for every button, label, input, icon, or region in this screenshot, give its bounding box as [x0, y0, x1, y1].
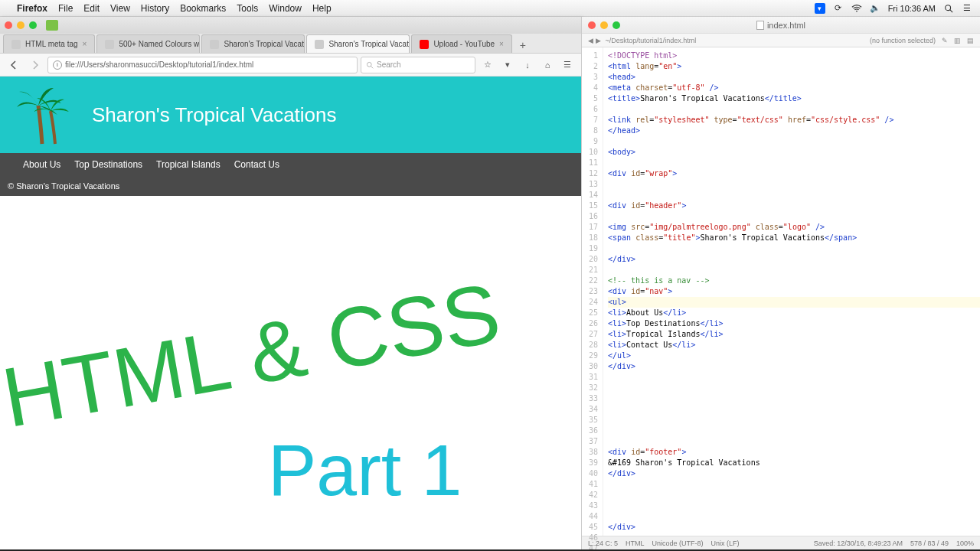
- svg-line-4: [371, 66, 373, 68]
- home-icon[interactable]: ⌂: [538, 57, 557, 73]
- tab-label: Sharon's Tropical Vacations: [224, 40, 305, 48]
- tab-strip: HTML meta tag× 500+ Named Colours with r…: [0, 34, 581, 54]
- overlay-htmlcss: HTML & CSS: [0, 263, 507, 446]
- favicon-icon: [315, 40, 324, 49]
- maximize-icon[interactable]: [612, 21, 620, 29]
- tab-1[interactable]: 500+ Named Colours with r...×: [96, 34, 200, 53]
- file-size: 578 / 83 / 49: [910, 540, 949, 547]
- tab-close-icon[interactable]: ×: [499, 40, 504, 48]
- page-header: Sharon's Tropical Vacations: [0, 77, 581, 153]
- search-bar[interactable]: Search: [361, 57, 475, 73]
- menu-help[interactable]: Help: [312, 3, 332, 14]
- menu-history[interactable]: History: [141, 3, 169, 14]
- volume-icon[interactable]: 🔈: [870, 3, 880, 14]
- nav-islands[interactable]: Tropical Islands: [156, 159, 220, 170]
- url-bar[interactable]: i file:///Users/sharonmasucci/Desktop/tu…: [47, 57, 358, 73]
- menu-view[interactable]: View: [110, 3, 130, 14]
- firefox-window: HTML meta tag× 500+ Named Colours with r…: [0, 17, 582, 549]
- editor-pathbar: ◀ ▶ ~/Desktop/tutorial1/index.html (no f…: [582, 34, 980, 47]
- window-controls[interactable]: [5, 21, 37, 29]
- mac-menubar: Firefox File Edit View History Bookmarks…: [0, 0, 980, 17]
- nav-contact[interactable]: Contact Us: [234, 159, 279, 170]
- encoding[interactable]: Unicode (UTF-8): [652, 540, 704, 547]
- tab-4[interactable]: Upload - YouTube×: [411, 34, 512, 53]
- youtube-icon: [420, 40, 429, 49]
- editor-statusbar: L: 24 C: 5 HTML Unicode (UTF-8) Unix (LF…: [582, 536, 980, 549]
- back-button[interactable]: [5, 57, 23, 73]
- url-text: file:///Users/sharonmasucci/Desktop/tuto…: [65, 60, 352, 69]
- firefox-toolbar: i file:///Users/sharonmasucci/Desktop/tu…: [0, 54, 581, 77]
- page-footer: © Sharon's Tropical Vacations: [0, 176, 581, 196]
- tab-label: HTML meta tag: [25, 40, 78, 48]
- line-endings[interactable]: Unix (LF): [711, 540, 740, 547]
- sync-icon[interactable]: ⟳: [833, 3, 844, 14]
- function-selector[interactable]: (no function selected): [870, 37, 936, 44]
- star-icon[interactable]: ☆: [479, 57, 497, 73]
- hamburger-icon[interactable]: ☰: [558, 57, 577, 73]
- info-icon[interactable]: i: [53, 60, 62, 70]
- search-placeholder: Search: [377, 60, 401, 69]
- minimize-icon[interactable]: [600, 21, 608, 29]
- lang-mode[interactable]: HTML: [626, 540, 645, 547]
- forward-button[interactable]: [26, 57, 44, 73]
- editor-window: index.html ◀ ▶ ~/Desktop/tutorial1/index…: [582, 17, 980, 549]
- page-viewport: Sharon's Tropical Vacations About Us Top…: [0, 77, 581, 549]
- svg-line-2: [950, 9, 952, 11]
- line-gutter: 1234567891011121314151617181920212223242…: [582, 47, 603, 536]
- menu-icon[interactable]: ☰: [962, 3, 972, 14]
- favicon-icon: [105, 40, 114, 49]
- minimize-icon[interactable]: [17, 21, 24, 29]
- edit-icon[interactable]: ✎: [942, 37, 948, 44]
- file-icon: [756, 21, 764, 30]
- dropbox-icon[interactable]: ▾: [815, 3, 825, 14]
- editor-body[interactable]: 1234567891011121314151617181920212223242…: [582, 47, 980, 536]
- menu-file[interactable]: File: [58, 3, 73, 14]
- maximize-icon[interactable]: [29, 21, 37, 29]
- close-icon[interactable]: [5, 21, 12, 29]
- sidebar-icon[interactable]: ▤: [967, 37, 974, 44]
- tab-0[interactable]: HTML meta tag×: [3, 34, 95, 53]
- pocket-icon[interactable]: ▾: [498, 57, 517, 73]
- clock[interactable]: Fri 10:36 AM: [888, 4, 936, 13]
- new-tab-button[interactable]: +: [514, 37, 532, 53]
- spotlight-icon[interactable]: [943, 3, 954, 14]
- menu-edit[interactable]: Edit: [83, 3, 100, 14]
- favicon-icon: [210, 40, 219, 49]
- menu-bookmarks[interactable]: Bookmarks: [180, 3, 226, 14]
- close-icon[interactable]: [588, 21, 596, 29]
- split-icon[interactable]: ▥: [954, 37, 961, 44]
- svg-point-0: [856, 10, 858, 11]
- cursor-pos: L: 24 C: 5: [588, 540, 618, 547]
- saved-time: Saved: 12/30/16, 8:49:23 AM: [814, 540, 903, 547]
- tab-2[interactable]: Sharon's Tropical Vacations×: [201, 34, 305, 53]
- svg-point-3: [367, 62, 371, 67]
- editor-path: ~/Desktop/tutorial1/index.html: [606, 37, 697, 44]
- tab-label: 500+ Named Colours with r...: [119, 40, 200, 48]
- page-nav: About Us Top Destinations Tropical Islan…: [0, 153, 581, 176]
- firefox-titlebar: [0, 17, 581, 34]
- svg-point-1: [946, 5, 951, 10]
- tab-close-icon[interactable]: ×: [83, 40, 87, 48]
- favicon-icon: [11, 40, 21, 49]
- editor-title: index.html: [767, 21, 805, 30]
- code-area[interactable]: <!DOCTYPE html><html lang="en"><head><me…: [603, 47, 980, 536]
- overlay-part1: Part 1: [268, 429, 462, 512]
- menu-window[interactable]: Window: [269, 3, 302, 14]
- tab-label: Upload - YouTube: [433, 40, 495, 48]
- editor-titlebar: index.html: [582, 17, 980, 34]
- downloads-icon[interactable]: ↓: [518, 57, 537, 73]
- search-icon: [366, 61, 374, 69]
- nav-about[interactable]: About Us: [23, 159, 60, 170]
- wifi-icon[interactable]: [851, 3, 862, 14]
- page-title: Sharon's Tropical Vacations: [92, 103, 337, 127]
- app-name[interactable]: Firefox: [17, 3, 47, 14]
- nav-destinations[interactable]: Top Destinations: [74, 159, 142, 170]
- tab-label: Sharon's Tropical Vacations: [328, 40, 410, 48]
- tab-3[interactable]: Sharon's Tropical Vacations×: [306, 34, 410, 53]
- window-controls[interactable]: [588, 21, 620, 29]
- zoom-level[interactable]: 100%: [956, 540, 974, 547]
- menu-tools[interactable]: Tools: [237, 3, 258, 14]
- palm-tree-logo: [15, 84, 77, 145]
- shield-icon[interactable]: [46, 20, 58, 31]
